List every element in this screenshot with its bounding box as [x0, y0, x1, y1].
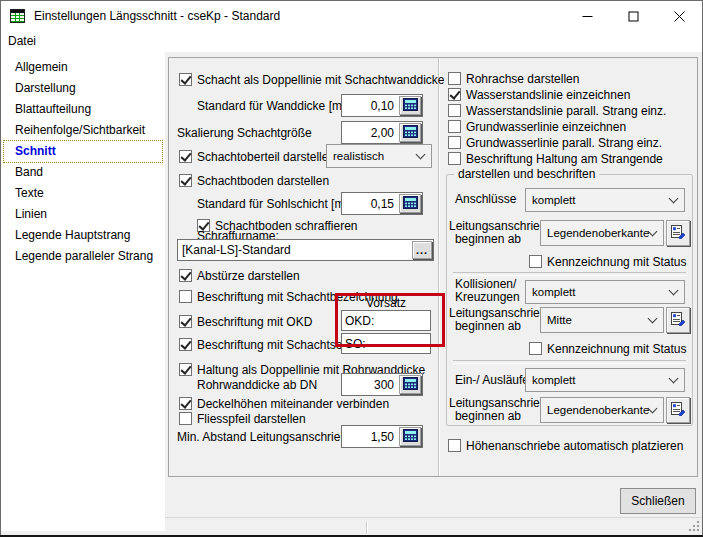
sidebar-item-reihenfolge[interactable]: Reihenfolge/Sichtbarkeit	[4, 120, 162, 141]
sidebar-item-band[interactable]: Band	[4, 162, 162, 183]
group-separator	[453, 272, 686, 276]
sohlschicht-calculator-button[interactable]	[399, 194, 421, 213]
wanddicke-value[interactable]: 0,10	[342, 99, 398, 113]
menu-bar: Datei	[1, 31, 702, 52]
checkbox-deckelhoehen[interactable]: Deckelhöhen miteinander verbinden	[179, 396, 389, 411]
selected-value: realistisch	[333, 150, 417, 162]
sidebar-item-texte[interactable]: Texte	[4, 183, 162, 204]
checkbox-grundwasserlinie-parallel[interactable]: Grundwasserlinie parall. Strang einz.	[448, 135, 662, 150]
kollisionen-label: Kollisionen/ Kreuzungen	[455, 278, 527, 304]
anschluesse-select[interactable]: komplett	[525, 188, 685, 212]
checkbox-box[interactable]	[179, 412, 192, 425]
leitungsanschrieb-edit-button-3[interactable]	[666, 397, 690, 423]
checkbox-box[interactable]	[448, 120, 461, 133]
skalierung-value[interactable]: 2,00	[342, 126, 398, 140]
leitungsanschrieb-label-3: Leitungsanschrieb beginnen ab	[449, 397, 521, 423]
checkbox-grundwasserlinie[interactable]: Grundwasserlinie einzeichnen	[448, 119, 626, 134]
checkbox-wasserstandslinie-parallel[interactable]: Wasserstandslinie parall. Strang einz.	[448, 103, 666, 118]
sohlschicht-value[interactable]: 0,15	[342, 197, 398, 211]
checkbox-schachtboden[interactable]: Schachtboden darstellen	[179, 173, 329, 188]
sidebar-item-allgemein[interactable]: Allgemein	[4, 57, 162, 78]
checkbox-hoehenanschriebe[interactable]: Höhenanschriebe automatisch platzieren	[448, 438, 683, 453]
checkbox-box[interactable]	[448, 88, 461, 101]
leitungsanschrieb-label-2: Leitungsanschrieb beginnen ab	[449, 307, 521, 333]
edit-fields-pen-icon	[670, 401, 686, 419]
checkbox-box[interactable]	[448, 152, 461, 165]
sidebar-item-blattaufteilung[interactable]: Blattaufteilung	[4, 99, 162, 120]
checkbox-abstuerze[interactable]: Abstürze darstellen	[179, 268, 300, 283]
checkbox-fliesspfeil[interactable]: Fliesspfeil darstellen	[179, 411, 306, 426]
sidebar-item-linien[interactable]: Linien	[4, 204, 162, 225]
wanddicke-field[interactable]: 0,10	[341, 94, 423, 117]
anschluesse-label: Anschlüsse	[455, 192, 516, 206]
min-abstand-value[interactable]: 1,50	[342, 430, 398, 444]
checkbox-status-1[interactable]: Kennzeichnung mit Status	[529, 254, 686, 269]
schraffurname-browse-button[interactable]: ...	[412, 241, 432, 259]
checkbox-rohrachse[interactable]: Rohrachse darstellen	[448, 71, 579, 86]
vorsatz-okd-input[interactable]: OKD:	[341, 310, 431, 331]
checkbox-box[interactable]	[179, 269, 192, 282]
checkbox-box[interactable]	[179, 363, 192, 376]
min-abstand-field[interactable]: 1,50	[341, 425, 423, 448]
sidebar-item-legende-hauptstrang[interactable]: Legende Hauptstrang	[4, 225, 162, 246]
checkbox-box[interactable]	[448, 136, 461, 149]
checkbox-box[interactable]	[179, 73, 192, 86]
chevron-down-icon	[648, 404, 658, 414]
skalierung-field[interactable]: 2,00	[341, 121, 423, 144]
checkbox-box[interactable]	[529, 255, 542, 268]
sidebar-item-darstellung[interactable]: Darstellung	[4, 78, 162, 99]
sidebar-item-schnitt[interactable]: Schnitt	[4, 141, 162, 162]
schraffurname-value[interactable]: [Kanal-LS]-Standard	[178, 243, 411, 257]
menu-item-datei[interactable]: Datei	[1, 31, 43, 52]
checkbox-label: Kennzeichnung mit Status	[547, 255, 686, 269]
checkbox-box[interactable]	[179, 315, 192, 328]
close-dialog-button[interactable]: Schließen	[620, 488, 696, 514]
checkbox-label: Deckelhöhen miteinander verbinden	[197, 397, 389, 411]
vorsatz-so-input[interactable]: SO:	[341, 333, 431, 354]
close-button[interactable]	[656, 1, 702, 31]
skalierung-calculator-button[interactable]	[399, 123, 421, 142]
leitungsanschrieb-select-1[interactable]: Legendenoberkante	[540, 220, 664, 246]
leitungsanschrieb-edit-button-2[interactable]	[666, 307, 690, 333]
status-bar-divider	[366, 521, 367, 534]
checkbox-box[interactable]	[179, 290, 192, 303]
checkbox-box[interactable]	[179, 397, 192, 410]
rohrwanddicke-calculator-button[interactable]	[399, 375, 421, 394]
resize-grip-icon[interactable]	[689, 521, 700, 535]
checkbox-schachtoberteil[interactable]: Schachtoberteil darstellen	[179, 149, 335, 164]
schachtoberteil-select[interactable]: realistisch	[326, 144, 432, 168]
sohlschicht-field[interactable]: 0,15	[341, 192, 423, 215]
checkbox-status-2[interactable]: Kennzeichnung mit Status	[529, 341, 686, 356]
checkbox-wasserstandslinie[interactable]: Wasserstandslinie einzeichnen	[448, 87, 630, 102]
sidebar-item-legende-parallel[interactable]: Legende paralleler Strang	[4, 246, 162, 267]
wanddicke-calculator-button[interactable]	[399, 96, 421, 115]
schraffurname-field[interactable]: [Kanal-LS]-Standard ...	[177, 239, 434, 261]
checkbox-beschriftung-schachtsohle[interactable]: Beschriftung mit Schachtsohle	[179, 337, 358, 352]
leitungsanschrieb-edit-button-1[interactable]	[666, 220, 690, 246]
title-bar[interactable]: Einstellungen Längsschnitt - cseKp - Sta…	[1, 1, 702, 31]
rohrwanddicke-field[interactable]: 300	[341, 373, 423, 396]
checkbox-schacht-doppellinie[interactable]: Schacht als Doppellinie mit Schachtwandd…	[179, 72, 444, 87]
minimize-button[interactable]	[564, 1, 610, 31]
checkbox-box[interactable]	[448, 104, 461, 117]
checkbox-box[interactable]	[179, 150, 192, 163]
rohrwanddicke-value[interactable]: 300	[342, 378, 398, 392]
checkbox-box[interactable]	[529, 342, 542, 355]
checkbox-box[interactable]	[179, 174, 192, 187]
edit-fields-pen-icon	[670, 224, 686, 242]
checkbox-label: Abstürze darstellen	[197, 269, 300, 283]
checkbox-beschriftung-strangende[interactable]: Beschriftung Haltung am Strangende	[448, 151, 663, 166]
maximize-button[interactable]	[610, 1, 656, 31]
maximize-icon	[628, 11, 639, 22]
min-abstand-calculator-button[interactable]	[399, 427, 421, 446]
checkbox-box[interactable]	[448, 439, 461, 452]
checkbox-box[interactable]	[448, 72, 461, 85]
einauslaeufe-select[interactable]: komplett	[525, 368, 685, 392]
leitungsanschrieb-select-3[interactable]: Legendenoberkante	[540, 397, 664, 423]
kollisionen-select[interactable]: komplett	[525, 280, 685, 304]
checkbox-box[interactable]	[179, 338, 192, 351]
checkbox-beschriftung-okd[interactable]: Beschriftung mit OKD	[179, 314, 312, 329]
leitungsanschrieb-label-1: Leitungsanschrieb beginnen ab	[449, 220, 521, 246]
vorsatz-okd-value: OKD:	[345, 314, 374, 328]
leitungsanschrieb-select-2[interactable]: Mitte	[540, 307, 664, 333]
